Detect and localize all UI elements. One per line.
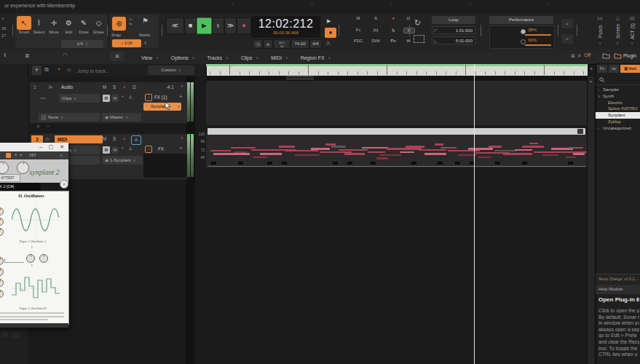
tool-select[interactable]: ISelect bbox=[32, 16, 47, 39]
perf-radio[interactable] bbox=[521, 39, 526, 44]
collapsed-module-icon-2[interactable]: ≈ bbox=[561, 34, 573, 44]
track1-monitor-button[interactable]: Ω bbox=[133, 84, 136, 90]
jump-to-track-input[interactable] bbox=[76, 66, 137, 76]
track1-solo-button[interactable]: S bbox=[113, 84, 116, 90]
track2-automation-badge[interactable]: A bbox=[131, 135, 141, 145]
region-fx-icon[interactable] bbox=[577, 129, 583, 134]
tree-item-sampler[interactable]: ›Sampler bbox=[596, 87, 640, 93]
mix-fx-button[interactable]: Fx bbox=[351, 28, 366, 32]
tool-move[interactable]: ✛Move bbox=[47, 16, 61, 39]
record-state-button[interactable]: ● bbox=[325, 28, 336, 38]
samplerate-display[interactable]: 44.116 bbox=[273, 39, 291, 49]
module-screen[interactable]: ▢Screen∨ bbox=[610, 15, 625, 47]
track1-input-dropdown[interactable]: INone bbox=[39, 113, 100, 122]
tree-item-synth[interactable]: ∨Synth bbox=[596, 93, 640, 100]
track2-arm-button[interactable]: ● bbox=[123, 136, 125, 141]
open-folder-icon[interactable] bbox=[614, 52, 622, 59]
track1-arm-button[interactable]: ● bbox=[123, 84, 125, 89]
module-punch[interactable]: [+]Punch∨ bbox=[593, 15, 607, 47]
xray-icon[interactable]: ⊠ bbox=[571, 53, 575, 59]
track2-freeze-icon[interactable]: * bbox=[122, 146, 123, 151]
mix-m-button[interactable]: M bbox=[351, 16, 366, 20]
osc-knob-4[interactable] bbox=[0, 257, 4, 265]
mix-xsx-button[interactable]: [s] bbox=[368, 28, 383, 32]
track1-output-dropdown[interactable]: ◉ Master bbox=[102, 113, 141, 122]
tree-item-electric[interactable]: Electric bbox=[596, 100, 640, 106]
tempo-display[interactable]: 74.00 bbox=[291, 39, 309, 49]
track1-freeze-icon[interactable]: * bbox=[122, 95, 123, 100]
fastforward-button[interactable]: ≫ bbox=[224, 17, 237, 34]
off-indicator[interactable]: Off bbox=[584, 52, 590, 58]
synplant-knob-1[interactable] bbox=[0, 162, 9, 174]
synplant-plugin-window[interactable]: – ▢ ✕ ◂ ▸ VST ∨ synplant 2 -6775537 nch … bbox=[0, 143, 68, 328]
snap-toby-toggle[interactable]: ToBy bbox=[129, 17, 133, 26]
track2-fx-bin[interactable] bbox=[143, 154, 187, 178]
mod-knob-1[interactable] bbox=[26, 254, 35, 263]
browser-search[interactable] bbox=[596, 75, 640, 85]
tree-item-synplant[interactable]: Synplant bbox=[596, 112, 640, 119]
osc-knob-2[interactable] bbox=[0, 218, 4, 226]
track-menu-hamburger[interactable]: ≡ bbox=[110, 52, 125, 61]
tab-plugin[interactable]: Plugin bbox=[623, 53, 636, 58]
chevron-right-icon[interactable]: › bbox=[598, 87, 603, 93]
snap-value-button[interactable]: ♪ 1/16 bbox=[112, 39, 141, 47]
time-display[interactable]: 12:02:212 00:00:36.666 bbox=[251, 16, 320, 38]
fx-bypass-icon-1[interactable]: ◔ bbox=[145, 94, 152, 101]
preset-next-icon[interactable]: ▸ bbox=[20, 152, 23, 157]
track2-write-button[interactable]: W bbox=[111, 146, 119, 154]
mix-s-button[interactable]: S bbox=[368, 16, 383, 20]
close-icon[interactable]: ✕ bbox=[60, 144, 64, 150]
snap-icon[interactable]: ⊛ bbox=[112, 17, 126, 31]
tree-item-zyklop[interactable]: Zyklop bbox=[596, 119, 640, 125]
synplant-ui[interactable]: synplant 2 -6775537 bbox=[0, 159, 68, 183]
osc-knob-3[interactable] bbox=[0, 228, 4, 236]
osc-knob-7[interactable] bbox=[0, 290, 4, 298]
loop-icon[interactable]: ↻ bbox=[414, 18, 421, 28]
fx-bypass-icon-2[interactable]: ◔ bbox=[145, 146, 152, 153]
track1-lane[interactable] bbox=[206, 81, 587, 126]
menu-options[interactable]: Options bbox=[171, 50, 195, 66]
loop-end-field[interactable]: ◺5:01:000 bbox=[432, 36, 475, 44]
track1-fx-label[interactable]: FX (1) bbox=[154, 95, 167, 100]
track2-collapse-icon[interactable]: ∧ bbox=[181, 135, 183, 140]
panel-close-icon[interactable]: ✕ bbox=[60, 180, 68, 189]
mix-x-button[interactable]: ● bbox=[386, 16, 400, 20]
track1-collapse-icon[interactable]: ∧ bbox=[181, 84, 183, 88]
knob-view-icon[interactable]: ◠ bbox=[63, 52, 68, 58]
loop-region-icon[interactable] bbox=[414, 35, 424, 43]
menu-tracks[interactable]: Tracks bbox=[208, 50, 229, 66]
subtab-notes[interactable]: no bbox=[609, 65, 619, 73]
midi-clip-header[interactable] bbox=[208, 128, 585, 135]
vertical-scrollbar[interactable]: ▲ bbox=[587, 76, 594, 364]
tool-resolution-dropdown[interactable]: 1/4 bbox=[61, 40, 103, 48]
osc-knob-6[interactable] bbox=[0, 279, 4, 287]
collapsed-module-icon-1[interactable]: ≈ bbox=[561, 19, 573, 28]
mix-pdc-button[interactable]: PDC bbox=[351, 39, 366, 43]
pause-button[interactable]: ‖ bbox=[212, 17, 224, 34]
duplicate-icon[interactable]: ⧉ bbox=[44, 66, 49, 74]
sliver-chevron-icon[interactable]: ∨ bbox=[1, 16, 4, 20]
track1-synth-button[interactable]: ◔ Synplant ∨ bbox=[143, 103, 181, 111]
marks-flag-icon[interactable]: ⚑ bbox=[142, 17, 149, 25]
mix-ω-button[interactable]: Ω bbox=[401, 16, 416, 20]
osc-knob-1[interactable] bbox=[0, 207, 4, 215]
track1-clips-dropdown[interactable]: Clips bbox=[59, 94, 100, 103]
menu-view[interactable]: View bbox=[141, 50, 159, 66]
track2-solo-button[interactable]: S bbox=[113, 136, 116, 141]
track1-write-button[interactable]: W bbox=[111, 95, 119, 102]
minimize-icon[interactable]: – bbox=[39, 144, 42, 150]
mix-px-button[interactable]: Px bbox=[386, 39, 400, 43]
track2-output-dropdown[interactable]: ◉ 1-Synplant bbox=[102, 156, 143, 165]
ripple-icon[interactable]: ✕ bbox=[577, 53, 582, 59]
arm-all-icon[interactable]: ◔ bbox=[57, 66, 60, 73]
subtab-fx[interactable]: Fx bbox=[597, 65, 607, 73]
metronome-mute-icon[interactable]: ⌀ bbox=[263, 39, 273, 49]
perf-radio[interactable] bbox=[521, 29, 526, 34]
menu-region-fx[interactable]: Region FX bbox=[301, 50, 331, 66]
track1-fx-add-button[interactable]: + bbox=[179, 93, 183, 100]
mod-knob-2[interactable] bbox=[39, 254, 48, 263]
menu-clips[interactable]: Clips bbox=[241, 50, 258, 66]
menu-midi[interactable]: MIDI bbox=[271, 50, 288, 66]
stop-button[interactable]: ■ bbox=[184, 17, 197, 34]
clips-empty-area[interactable] bbox=[206, 167, 587, 364]
